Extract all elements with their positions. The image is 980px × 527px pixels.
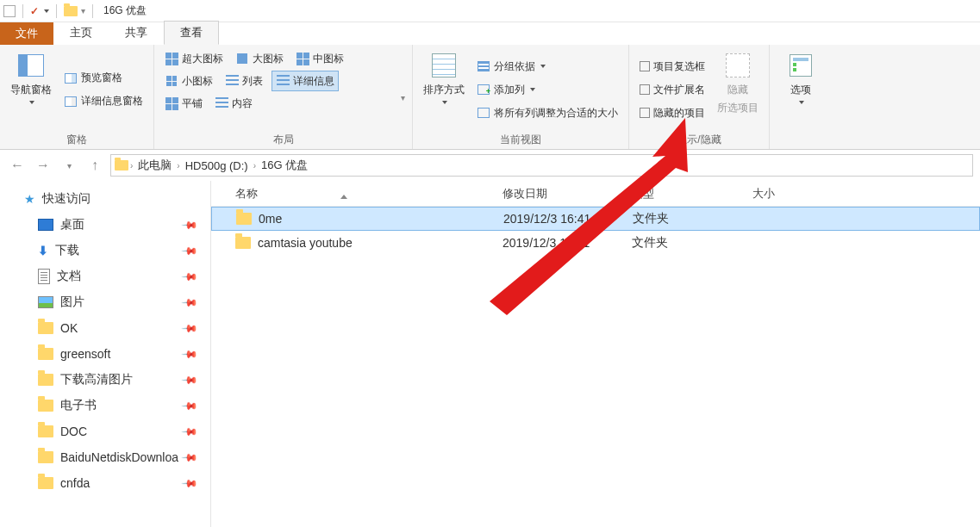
sidebar-item-label: 文档 <box>57 269 81 284</box>
column-header-name[interactable]: 名称 <box>211 186 496 202</box>
navigation-sidebar: ★ 快速访问 桌面📌⬇下载📌文档📌图片📌OK📌greensoft📌下载高清图片📌… <box>0 181 211 527</box>
group-label-layout: 布局 <box>161 131 405 147</box>
tiles-icon <box>165 96 178 110</box>
address-bar: ← → ▾ ↑ › 此电脑 › HD500g (D:) › 16G 优盘 <box>0 150 980 181</box>
file-extensions-toggle[interactable]: 文件扩展名 <box>636 79 708 100</box>
layout-extra-large[interactable]: 超大图标 <box>161 48 227 69</box>
ribbon-tabs: 文件 主页 共享 查看 <box>0 22 980 45</box>
tab-home[interactable]: 主页 <box>53 21 109 45</box>
layout-content-label: 内容 <box>232 96 253 111</box>
nav-back-button[interactable]: ← <box>7 155 28 176</box>
layout-details[interactable]: 详细信息 <box>272 71 339 91</box>
nav-forward-button[interactable]: → <box>33 155 53 176</box>
folder-icon <box>235 237 251 249</box>
sidebar-quick-access[interactable]: ★ 快速访问 <box>0 186 210 212</box>
chevron-right-icon[interactable]: › <box>177 161 179 170</box>
sort-ascending-icon <box>340 195 347 199</box>
sidebar-item[interactable]: ⬇下载📌 <box>0 238 210 264</box>
breadcrumb[interactable]: › 此电脑 › HD500g (D:) › 16G 优盘 <box>110 154 973 177</box>
folder-icon <box>38 425 53 437</box>
chevron-right-icon[interactable]: › <box>253 161 256 170</box>
column-header-type[interactable]: 类型 <box>625 186 746 202</box>
table-row[interactable]: 0me2019/12/3 16:41文件夹 <box>211 207 980 231</box>
list-icon <box>225 74 239 88</box>
navigation-pane-label: 导航窗格 <box>10 83 52 97</box>
add-column-label: 添加列 <box>494 83 525 97</box>
qat-properties-icon[interactable]: ✓ <box>30 5 39 17</box>
sidebar-item[interactable]: 图片📌 <box>0 289 210 315</box>
sidebar-item[interactable]: 下载高清图片📌 <box>0 367 210 393</box>
qat-dropdown-icon[interactable] <box>44 9 49 13</box>
pin-icon: 📌 <box>181 371 199 389</box>
sidebar-item[interactable]: greensoft📌 <box>0 341 210 367</box>
table-row[interactable]: camtasia youtube2019/12/3 16:41文件夹 <box>211 231 980 255</box>
sort-by-button[interactable]: 排序方式 <box>420 48 468 131</box>
add-column-button[interactable]: +添加列 <box>473 79 621 100</box>
layout-tiles[interactable]: 平铺 <box>161 93 206 114</box>
layout-list-label: 列表 <box>242 74 263 89</box>
ribbon: 导航窗格 预览窗格 详细信息窗格 窗格 超大图标 大图标 中图标 <box>0 45 980 150</box>
layout-list[interactable]: 列表 <box>222 71 266 91</box>
sidebar-item-label: cnfda <box>60 476 90 490</box>
tab-view[interactable]: 查看 <box>164 21 219 45</box>
folder-icon <box>38 374 53 386</box>
layout-large-label: 大图标 <box>253 52 284 66</box>
column-header-date[interactable]: 修改日期 <box>496 186 625 202</box>
details-pane-button[interactable]: 详细信息窗格 <box>60 91 147 112</box>
sidebar-item[interactable]: 电子书📌 <box>0 393 210 418</box>
sidebar-item[interactable]: DOC📌 <box>0 418 210 444</box>
crumb-folder[interactable]: 16G 优盘 <box>258 158 311 173</box>
layout-medium[interactable]: 中图标 <box>292 48 347 69</box>
nav-up-button[interactable]: ↑ <box>84 155 105 176</box>
sidebar-item[interactable]: 桌面📌 <box>0 212 210 238</box>
preview-pane-icon <box>64 71 78 85</box>
ribbon-group-layout: 超大图标 大图标 中图标 小图标 列表 详细信息 平铺 内容 ▾ 布局 <box>154 45 413 149</box>
tab-file[interactable]: 文件 <box>0 22 53 45</box>
sidebar-item[interactable]: 文档📌 <box>0 264 210 289</box>
hide-selected-sublabel: 所选项目 <box>717 101 758 115</box>
sidebar-item[interactable]: cnfda📌 <box>0 470 210 496</box>
hidden-items-toggle[interactable]: 隐藏的项目 <box>636 102 708 123</box>
layout-small[interactable]: 小图标 <box>161 71 216 91</box>
folder-icon <box>38 477 53 489</box>
ribbon-group-show-hide: 项目复选框 文件扩展名 隐藏的项目 隐藏 所选项目 显示/隐藏 <box>629 45 770 149</box>
tab-share[interactable]: 共享 <box>109 21 164 45</box>
layout-content[interactable]: 内容 <box>211 93 256 114</box>
folder-icon <box>64 6 78 16</box>
group-label-options <box>777 133 825 147</box>
crumb-drive[interactable]: HD500g (D:) <box>182 159 252 172</box>
ribbon-group-options: 选项 <box>770 45 832 149</box>
sidebar-item[interactable]: OK📌 <box>0 315 210 341</box>
autosize-columns-button[interactable]: 将所有列调整为合适的大小 <box>473 102 621 123</box>
chevron-down-icon <box>540 65 546 68</box>
crumb-this-pc[interactable]: 此电脑 <box>134 158 175 173</box>
preview-pane-button[interactable]: 预览窗格 <box>60 68 147 89</box>
autosize-label: 将所有列调整为合适的大小 <box>494 106 618 121</box>
item-checkboxes-toggle[interactable]: 项目复选框 <box>636 56 708 77</box>
layout-extra-large-label: 超大图标 <box>182 52 223 66</box>
column-header-size[interactable]: 大小 <box>746 186 832 202</box>
folder-icon <box>115 160 128 170</box>
layout-more-icon[interactable]: ▾ <box>401 93 405 114</box>
pin-icon: 📌 <box>181 345 199 363</box>
pin-icon: 📌 <box>181 474 199 493</box>
system-menu-icon[interactable] <box>3 5 16 17</box>
pin-icon: 📌 <box>181 216 199 234</box>
window-title: 16G 优盘 <box>103 3 147 18</box>
nav-recent-button[interactable]: ▾ <box>59 155 79 176</box>
layout-large[interactable]: 大图标 <box>232 48 287 69</box>
details-pane-label: 详细信息窗格 <box>81 94 143 108</box>
group-by-button[interactable]: 分组依据 <box>473 56 621 77</box>
hide-icon <box>726 53 750 78</box>
options-button[interactable]: 选项 <box>777 48 825 133</box>
sidebar-item[interactable]: BaiduNetdiskDownloa📌 <box>0 444 210 470</box>
navigation-pane-icon <box>18 54 44 77</box>
hide-selected-button[interactable]: 隐藏 所选项目 <box>714 48 762 131</box>
file-type: 文件夹 <box>626 211 746 226</box>
chevron-right-icon[interactable]: › <box>130 161 133 170</box>
navigation-pane-button[interactable]: 导航窗格 <box>7 48 55 131</box>
layout-details-label: 详细信息 <box>293 74 334 89</box>
chevron-down-icon <box>799 101 804 104</box>
folder-icon <box>38 348 53 360</box>
qat-customize-icon[interactable]: ▾ <box>81 6 85 16</box>
